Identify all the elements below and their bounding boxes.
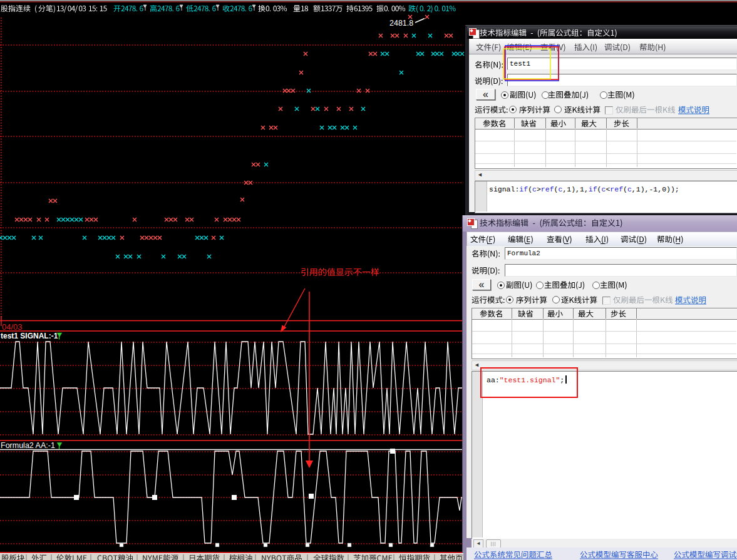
svg-text:test1 SIGNAL:-1: test1 SIGNAL:-1 [1, 332, 58, 340]
svg-text:04/03: 04/03 [2, 322, 23, 332]
svg-text:Formula2 AA:-1: Formula2 AA:-1 [1, 441, 55, 450]
svg-text:2481.8: 2481.8 [389, 19, 413, 28]
